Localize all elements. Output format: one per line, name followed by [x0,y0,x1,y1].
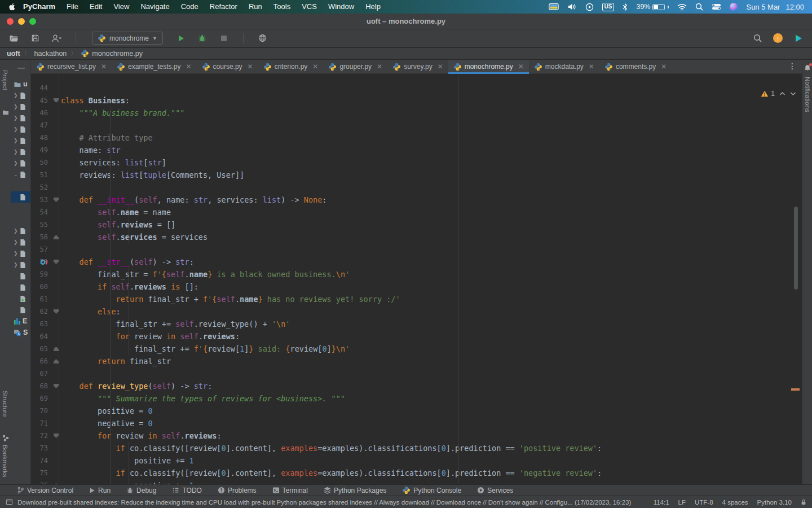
code-line-44[interactable]: 44 [31,82,802,94]
tree-item-file[interactable] [11,270,31,282]
screen-mirroring-icon[interactable] [549,3,559,11]
bluetooth-icon[interactable] [623,3,628,11]
menu-item-edit[interactable]: Edit [84,0,108,14]
tree-item-dir[interactable]: ❯ [11,124,31,135]
line-number[interactable]: 71 [31,419,48,427]
menu-item-run[interactable]: Run [243,0,268,14]
tool-window-button-structure[interactable]: Structure [2,391,8,417]
spotlight-search-icon[interactable] [695,3,703,11]
tree-item-dir[interactable]: ❯ [11,146,31,157]
fold-marker[interactable] [54,260,59,264]
code-line-45[interactable]: 45class Business: [31,94,802,107]
line-number[interactable]: 75 [31,469,48,477]
line-number[interactable]: 51 [31,171,48,179]
editor-tab-course.py[interactable]: course.py✕ [197,60,258,73]
line-number[interactable]: 53 [31,196,48,204]
close-tab-icon[interactable]: ✕ [186,63,191,71]
status-message[interactable]: Download pre-built shared indexes: Reduc… [17,499,631,506]
tool-window-button-problems[interactable]: Problems [218,487,257,494]
code-editor[interactable]: 4445class Business:46 """A business bran… [31,75,802,484]
fold-marker[interactable] [54,98,59,103]
line-number[interactable]: 63 [31,320,48,328]
debug-button[interactable] [196,32,209,45]
run-configuration-select[interactable]: monochrome▼ [92,32,163,45]
close-tab-icon[interactable]: ✕ [661,63,667,71]
error-stripe-mark[interactable] [791,388,800,391]
menu-item-refactor[interactable]: Refactor [204,0,243,14]
chevron-right-icon[interactable]: ❯ [14,149,18,155]
line-number[interactable]: 66 [31,357,48,365]
save-all-button[interactable] [28,32,42,45]
tool-window-button-services[interactable]: Services [477,487,513,494]
line-number[interactable]: 61 [31,295,48,303]
editor-scrollbar[interactable] [794,207,798,290]
previous-problem-button[interactable] [779,91,785,96]
close-tab-icon[interactable]: ✕ [312,63,318,71]
code-line-52[interactable]: 52 [31,181,802,194]
tool-window-button-notifications[interactable]: Notifications [804,77,811,112]
line-number[interactable]: 54 [31,208,48,216]
menu-item-code[interactable]: Code [175,0,204,14]
update-available-button[interactable]: ↑ [773,33,783,43]
code-line-51[interactable]: 51 reviews: list[tuple[Comments, User]] [31,169,802,181]
close-tab-icon[interactable]: ✕ [248,63,253,71]
line-number[interactable]: 68 [31,382,48,390]
line-number[interactable]: 64 [31,332,48,340]
tree-item-dir[interactable]: ❯ [11,225,31,237]
apple-menu-icon[interactable] [8,2,16,11]
tree-item-ext[interactable]: E [11,316,31,327]
menu-item-file[interactable]: File [61,0,84,14]
menu-item-window[interactable]: Window [323,0,360,14]
code-line-59[interactable]: 59 final_str = f'{self.name} is a black … [31,268,802,281]
line-number[interactable]: 48 [31,134,48,142]
play-circle-icon[interactable] [585,3,594,11]
line-number[interactable]: 62 [31,308,48,316]
tree-item-dir[interactable]: ❯ [11,237,31,248]
file-encoding[interactable]: UTF-8 [695,499,713,506]
menu-item-tools[interactable]: Tools [268,0,296,14]
line-separator[interactable]: LF [678,499,686,506]
menu-item-vcs[interactable]: VCS [296,0,323,14]
code-line-70[interactable]: 70 positive = 0 [31,405,802,417]
menu-item-pycharm[interactable]: PyCharm [17,0,61,14]
tool-window-button-python-packages[interactable]: Python Packages [324,487,386,494]
line-number[interactable]: 73 [31,444,48,452]
breadcrumb-item-hackathon[interactable]: hackathon [34,50,67,58]
line-number[interactable]: 55 [31,221,48,229]
fold-marker[interactable] [54,235,59,239]
line-number[interactable]: 52 [31,183,48,191]
code-line-58[interactable]: 58 def __str__(self) -> str: [31,256,802,268]
code-line-48[interactable]: 48 # Attribute type [31,132,802,144]
line-number[interactable]: 47 [31,121,48,129]
volume-icon[interactable] [567,3,577,11]
editor-tab-mockdata.py[interactable]: mockdata.py✕ [529,60,599,73]
menu-item-navigate[interactable]: Navigate [135,0,175,14]
code-line-60[interactable]: 60 if self.reviews is []: [31,281,802,293]
code-line-76[interactable]: 76 negative += 1 [31,479,802,484]
inspections-widget[interactable]: 1 [761,90,796,98]
chevron-right-icon[interactable]: ❯ [14,262,18,268]
menu-item-help[interactable]: Help [360,0,386,14]
hide-project-panel-button[interactable]: — [17,63,25,72]
chevron-right-icon[interactable]: ❯ [14,228,18,234]
tree-item-file[interactable] [11,282,31,293]
battery-indicator[interactable]: 39% [636,3,669,11]
chevron-right-icon[interactable]: ❯ [14,93,18,98]
tool-window-button-debug[interactable]: Debug [126,487,156,494]
code-line-56[interactable]: 56 self.services = services [31,231,802,243]
code-line-65[interactable]: 65 final_str += f'{review[1]} said: {rev… [31,343,802,355]
siri-icon[interactable] [730,3,738,11]
breadcrumb-item-uoft[interactable]: uoft [7,50,20,58]
wifi-icon[interactable] [677,3,687,11]
close-tab-icon[interactable]: ✕ [377,63,382,71]
menu-bar-clock[interactable]: Sun 5 Mar12:00 [746,3,804,11]
editor-tab-monochrome.py[interactable]: monochrome.py✕ [448,60,529,73]
code-line-66[interactable]: 66 return final_str [31,355,802,367]
tool-window-button-version-control[interactable]: Version Control [17,487,73,494]
menu-item-view[interactable]: View [108,0,135,14]
control-center-icon[interactable] [712,3,721,10]
line-number[interactable]: 60 [31,283,48,291]
caret-position[interactable]: 114:1 [654,499,669,506]
notifications-bell-icon[interactable] [804,64,811,72]
tree-item-file[interactable] [11,304,31,316]
